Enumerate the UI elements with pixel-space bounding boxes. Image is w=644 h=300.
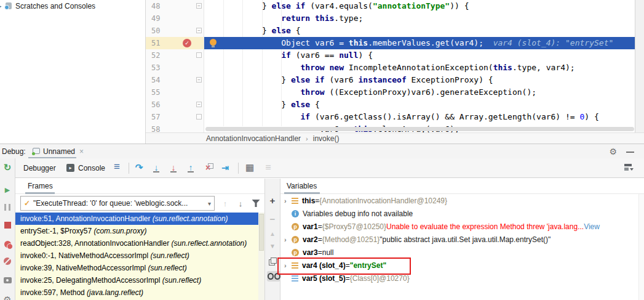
gutter-line-48[interactable]: 48− [146,0,204,12]
expand-chevron-icon[interactable]: › [284,197,292,205]
gutter-line-56[interactable]: 56− [146,99,204,111]
code-line-57[interactable]: if (var6.getClass().isArray() && Array.g… [204,111,635,123]
breadcrumb-method[interactable]: invoke() [313,134,340,143]
expand-chevron-icon[interactable]: › [284,236,292,243]
step-out-icon[interactable]: ↑ [185,162,196,173]
code-token: new [330,63,344,72]
frame-row[interactable]: invoke0:-1, NativeMethodAccessorImpl (su… [15,249,264,262]
editor-code-area[interactable]: } else if (var4.equals("annotationType")… [204,0,635,132]
fold-marker-icon[interactable]: − [196,3,202,9]
code-line-48[interactable]: } else if (var4.equals("annotationType")… [204,0,635,12]
move-up-icon[interactable]: ▲ [267,228,278,239]
settings-icon[interactable]: ⚙ [2,294,13,300]
gear-icon[interactable]: ⚙ [609,147,617,156]
step-over-icon[interactable]: ↷ [133,162,145,173]
run-to-cursor-icon[interactable]: ⇥ [220,162,231,173]
variable-value: {AnnotationInvocationHandler@10249} [319,197,447,205]
up-arrow-icon[interactable]: ↑ [220,198,231,209]
view-breakpoints-icon[interactable] [2,238,13,249]
frames-scrollbar[interactable] [258,213,264,300]
remove-icon[interactable]: − [267,213,278,224]
intention-bulb-icon[interactable] [210,39,217,46]
down-arrow-icon[interactable]: ↓ [235,198,246,209]
equals-sign: = [346,261,350,270]
fold-marker-icon[interactable]: − [196,77,202,83]
minimize-icon[interactable] [626,152,634,153]
close-icon[interactable]: × [79,147,84,156]
code-line-49[interactable]: return this.type; [204,12,635,25]
tab-frames[interactable]: Frames [28,182,53,190]
frame-row[interactable]: invoke:39, NativeMethodAccessorImpl (sun… [15,262,264,274]
move-down-icon[interactable]: ▼ [267,240,278,251]
add-icon[interactable]: + [267,195,278,206]
gutter-line-50[interactable]: 50− [146,25,204,37]
force-step-into-icon[interactable]: ↓ [168,162,179,173]
fold-marker-icon[interactable]: − [196,28,202,33]
pause-icon[interactable] [2,201,13,213]
variable-row[interactable]: ›pvar2 = {Method@10251} "public abstract… [280,233,644,246]
tree-item-scratches-and-consoles[interactable]: ▸ Scratches and Consoles [0,1,95,11]
duplicate-icon[interactable] [267,256,278,267]
expand-chevron-icon[interactable]: › [284,262,292,269]
fold-marker-icon[interactable] [196,114,202,120]
code-line-51[interactable]: Object var6 = this.memberValues.get(var4… [204,37,635,49]
thread-dropdown[interactable]: ✓ "ExecuteThread: '0' for queue: 'weblog… [20,196,215,211]
array-icon [292,275,298,282]
fold-marker-icon[interactable]: − [196,102,202,107]
drop-frame-icon[interactable]: × [202,162,213,173]
fold-marker-icon[interactable] [196,52,202,58]
gutter-line-57[interactable]: 57 [146,111,204,123]
code-line-50[interactable]: } else { [204,25,635,37]
hamburger-menu-icon[interactable]: ≡ [114,161,120,173]
variables-scrollbar[interactable] [638,194,644,300]
variable-name: var3 [303,248,318,257]
gutter-line-52[interactable]: 52 [146,49,204,62]
evaluate-expression-icon[interactable]: ▦ [244,162,255,173]
restore-layout-icon[interactable] [624,164,633,171]
frame-row[interactable]: invoke:51, AnnotationInvocationHandler (… [15,213,264,225]
resume-icon[interactable]: ▶ [2,184,13,195]
variable-row[interactable]: ›this = {AnnotationInvocationHandler@102… [280,194,644,207]
frame-row[interactable]: invoke:597, Method (java.lang.reflect) [15,286,264,299]
editor-error-stripe[interactable] [635,0,644,132]
mute-breakpoints-icon[interactable] [2,256,13,267]
variable-row[interactable]: var5 (slot_5) = {Class[0]@10270} [280,272,644,285]
gutter-line-55[interactable]: 55 [146,86,204,99]
step-into-icon[interactable]: ↓ [151,162,162,173]
code-line-56[interactable]: } else { [204,99,635,111]
frame-row[interactable]: entrySet:-1, $Proxy57 (com.sun.proxy) [15,225,264,237]
view-link[interactable]: View [584,222,600,231]
tab-debugger[interactable]: Debugger [23,158,56,177]
debug-label: Debug: [2,147,26,156]
breakpoint-icon[interactable]: ✓ [183,39,191,47]
filter-icon[interactable] [250,198,261,209]
breadcrumb-class[interactable]: AnnotationInvocationHandler [206,134,301,143]
editor-gutter[interactable]: 48−4950−51✓525354−5556−5758 [146,0,204,132]
variable-row[interactable]: pvar1 = {$Proxy57@10250} Unable to evalu… [280,220,644,233]
variable-row[interactable]: iVariables debug info not available [280,207,644,220]
stop-icon[interactable] [2,219,13,230]
variables-list: ›this = {AnnotationInvocationHandler@102… [280,194,644,285]
debug-session-tab[interactable]: Unnamed × [32,146,84,157]
gutter-line-51[interactable]: 51✓ [146,37,204,49]
show-watches-icon[interactable] [267,271,280,282]
gutter-line-53[interactable]: 53 [146,62,204,74]
code-line-53[interactable]: throw new IncompleteAnnotationException(… [204,62,635,74]
frame-row[interactable]: readObject:328, AnnotationInvocationHand… [15,237,264,249]
frame-row[interactable]: invoke:25, DelegatingMethodAccessorImpl … [15,274,264,286]
code-line-54[interactable]: } else if (var6 instanceof ExceptionProx… [204,74,635,86]
code-line-52[interactable]: if (var6 == null) { [204,49,635,62]
horizontal-scrollbar[interactable] [205,127,634,131]
variable-row-highlighted[interactable]: ›var4 (slot_4) = "entrySet" [280,259,644,272]
rerun-icon[interactable]: ↻ [2,162,13,173]
tab-variables[interactable]: Variables [287,182,317,190]
thread-dump-icon[interactable] [2,275,13,286]
code-line-55[interactable]: throw ((ExceptionProxy)var6).generateExc… [204,86,635,99]
trace-streams-icon[interactable]: ≡ [263,162,274,173]
chevron-right-icon[interactable]: ▸ [0,3,4,9]
gutter-line-58[interactable]: 58 [146,123,204,132]
gutter-line-54[interactable]: 54− [146,74,204,86]
variable-row[interactable]: pvar3 = null [280,246,644,259]
tab-console[interactable]: ▸ Console [66,158,105,177]
gutter-line-49[interactable]: 49 [146,12,204,25]
